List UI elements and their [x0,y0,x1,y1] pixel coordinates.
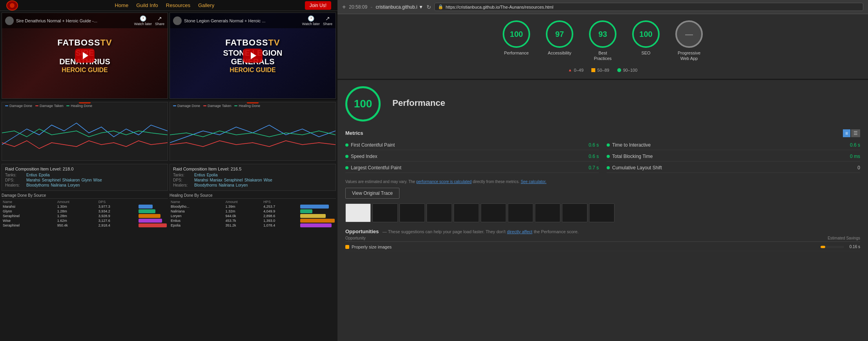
cell-amount: 1.62m [56,218,97,223]
cell-name: Seraphinel [2,214,56,218]
table-header-row: Name Amount DPS [2,200,168,204]
nav-guild-info[interactable]: Guild Info [136,2,158,8]
legend-taken-2: Damage Taken [203,104,231,108]
legend-pass-icon [617,68,621,72]
legend-pass-label: 90–100 [623,68,638,73]
cell-hps: 2,898.6 [262,214,299,218]
col-name: Name [2,200,56,204]
browser-refresh-button[interactable]: ↻ [427,4,431,10]
metrics-section: Metrics ≡ ☰ First Contentful Paint 0.6 s [345,129,860,173]
metric-tbt-value: 0 ms [850,154,860,159]
metric-fcp-value: 0.6 s [589,142,599,148]
dps-1-1: Marahsi [26,178,40,182]
chart-svg-2 [170,109,336,152]
guide-text-2: HEROIC GUIDE [230,67,275,74]
browser-url-text: https://cristianbuca.github.io/The-Aunan… [446,5,554,9]
metric-si-value: 0.6 s [589,154,599,159]
dps-2-5: Wise [264,178,272,182]
guild-logo [6,0,18,11]
opp-note-link[interactable]: directly affect [507,229,532,234]
opp-bar-fill-1 [821,246,825,248]
metric-lcp-value: 0.7 s [589,165,599,170]
fatbosstv-logo-1: FATBOSSTV [57,38,112,48]
opportunities-section: Opportunities — These suggestions can he… [345,229,860,251]
opp-table-header: Opportunity Estimated Savings [345,236,860,242]
view-list-btn[interactable]: ☰ [851,129,860,137]
cell-amount: 1.30m [56,204,97,209]
table-row: Epolia 351.2k 1,078.4 [170,223,336,228]
cell-amount: 950.4k [56,223,97,228]
dps-2-1: Marahsi [194,178,208,182]
new-tab-button[interactable]: + [342,4,346,11]
view-grid-btn[interactable]: ≡ [843,129,850,137]
perf-big-circle: 100 [345,86,381,122]
healing-table-title: Healing Done By Source [170,192,336,199]
metrics-note-text: Values are estimated and may vary. The [345,180,415,184]
table-row: Entius 453.7k 1,393.0 [170,218,336,223]
video-card-1[interactable]: FATBOSSTV SIREDENATHRIUS HEROIC GUIDE Si… [2,13,168,99]
view-trace-button[interactable]: View Original Trace [345,188,399,199]
metrics-calculator-link[interactable]: See calculator. [521,180,547,184]
cell-hps: 1,078.4 [262,223,299,228]
opp-savings-1: 0.16 s [821,245,860,249]
opp-bar-1 [821,246,844,248]
watch-later-btn-2[interactable]: 🕐 Watch later [302,15,320,26]
browser-url-bar[interactable]: 🔒 https://cristianbuca.github.io/The-Aun… [434,3,863,11]
video-card-2[interactable]: FATBOSSTV STONE LEGIONGENERALS HEROIC GU… [170,13,336,99]
thumb-8 [535,203,560,222]
play-button-1[interactable] [75,49,95,63]
col-name-h: Name [170,200,224,204]
cell-bar [299,209,336,214]
legend-fail-label: 0–49 [574,68,584,73]
watch-later-btn-1[interactable]: 🕐 Watch later [134,15,152,26]
join-button[interactable]: Join Us! [305,1,331,10]
opp-label-1: Properly size images [352,245,392,249]
metric-si-label: Speed Index [351,154,377,159]
nav-home[interactable]: Home [115,2,128,8]
video-avatar-2 [173,16,182,25]
cell-name: Wise [2,218,56,223]
cell-bar [299,223,336,228]
cell-dps: 2,918.4 [97,223,137,228]
play-triangle-1 [83,52,88,59]
legend-healing-2: Healing Done [234,104,260,108]
video-title-2: Stone Legion Generals Normal + Heroic ..… [184,18,302,23]
cell-bar [137,204,168,209]
tank-1-1: Entius [26,173,37,177]
healing-table-section: Healing Done By Source Name Amount HPS B… [170,192,336,339]
metric-lcp-label: Largest Contentful Paint [351,165,401,170]
score-circle-pwa: — [675,20,703,48]
tank-2-2: Epolia [207,173,218,177]
opp-col2-label: Estimated Savings [828,236,860,240]
raid-tanks-1: Tanks: Entius Epolia [5,173,164,177]
metric-tti-name: Time to Interactive [607,142,651,148]
dps-2-4: Shiakaron [244,178,262,182]
metric-cls: Cumulative Layout Shift 0 [607,163,860,173]
chart-svg-1 [2,109,168,152]
play-triangle-2 [251,52,256,59]
play-button-2[interactable] [243,49,263,63]
clock-icon-1: 🕐 [140,15,146,22]
raid-dps-label-2: DPS: [173,178,193,182]
video-actions-2: 🕐 Watch later ↗ Share [302,15,332,26]
share-btn-1[interactable]: ↗ Share [155,15,164,26]
metrics-score-link[interactable]: performance score is calculated [416,180,472,184]
red-bar-2 [247,102,259,103]
dps-1-5: Wise [93,178,102,182]
col-amount-h: Amount [224,200,263,204]
score-label-seo: SEO [641,50,650,56]
healer-2-2: Naliriana [219,183,234,187]
nav-gallery[interactable]: Gallery [198,2,214,8]
share-btn-2[interactable]: ↗ Share [323,15,332,26]
metric-tbt: Total Blocking Time 0 ms [607,152,860,161]
cell-bar [137,218,168,223]
cell-bar [137,223,168,228]
browser-domain[interactable]: cristianbuca.github.i ▼ [376,4,423,10]
col-bar [137,200,168,204]
damage-table-section: Damage Done By Source Name Amount DPS Ma… [2,192,168,339]
nav-resources[interactable]: Resources [166,2,190,8]
score-circle-performance: 100 [503,20,530,48]
opp-title: Opportunities [345,229,379,234]
opp-value-1: 0.16 s [846,245,860,249]
score-circle-accessibility: 97 [546,20,573,48]
